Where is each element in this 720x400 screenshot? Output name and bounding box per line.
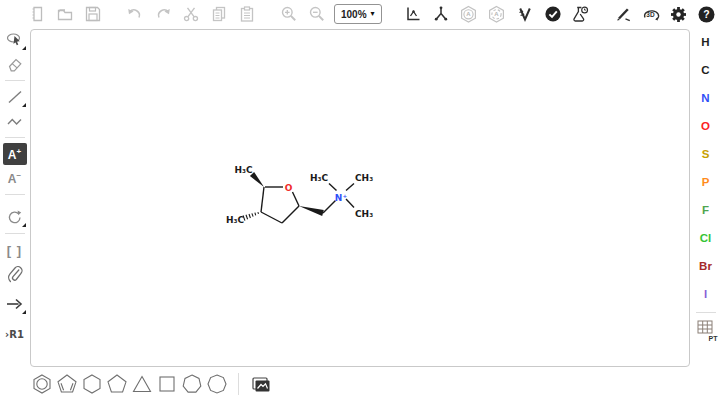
- molecule-drawing[interactable]: H₃C O H₃C N⁺ H₃C CH₃ CH₃: [31, 30, 691, 368]
- element-button-P[interactable]: P: [693, 168, 719, 196]
- right-toolbar: HCNOSPFClBrI PT: [691, 28, 720, 343]
- r-group-icon: ›R1: [5, 329, 24, 340]
- charge-plus-button[interactable]: A+: [3, 143, 27, 165]
- atom-label-methyl[interactable]: CH₃: [355, 173, 373, 183]
- dearomatize-button[interactable]: A: [486, 3, 508, 25]
- drawing-canvas[interactable]: H₃C O H₃C N⁺ H₃C CH₃ CH₃: [30, 29, 690, 367]
- check-structure-button[interactable]: [542, 3, 564, 25]
- template-cyclohexane-button[interactable]: [79, 372, 104, 396]
- dropdown-corner-icon: [22, 310, 26, 314]
- atom-label-methyl[interactable]: CH₃: [355, 209, 373, 219]
- reaction-arrow-button[interactable]: [3, 293, 27, 315]
- bond-o-c5[interactable]: [293, 192, 300, 206]
- template-cyclopentadiene-button[interactable]: [54, 372, 79, 396]
- new-document-icon: [28, 5, 46, 23]
- bond-ch2-n[interactable]: [323, 201, 336, 214]
- attach-button[interactable]: [3, 263, 27, 285]
- element-button-H[interactable]: H: [693, 28, 719, 56]
- bond-n-methyl-top[interactable]: [346, 184, 354, 191]
- charge-plus-icon: A+: [8, 148, 21, 161]
- toolbar-divider: [238, 373, 239, 395]
- template-benzene-button[interactable]: [29, 372, 54, 396]
- lasso-selection-button[interactable]: [3, 29, 27, 51]
- atom-label-methyl[interactable]: H₃C: [226, 215, 244, 225]
- periodic-table-button[interactable]: PT: [693, 317, 719, 343]
- save-button[interactable]: [82, 3, 104, 25]
- svg-text:A: A: [466, 11, 471, 17]
- clear-canvas-button[interactable]: [26, 3, 48, 25]
- bottom-toolbar: [0, 368, 720, 400]
- element-button-I[interactable]: I: [693, 280, 719, 308]
- single-bond-button[interactable]: [3, 86, 27, 108]
- cut-button[interactable]: [180, 3, 202, 25]
- 3d-viewer-button[interactable]: 3D: [640, 3, 662, 25]
- aromatize-button[interactable]: A: [458, 3, 480, 25]
- element-button-Cl[interactable]: Cl: [693, 224, 719, 252]
- template-library-icon: [250, 374, 272, 394]
- template-cyclopentane-button[interactable]: [104, 372, 129, 396]
- open-button[interactable]: [54, 3, 76, 25]
- svg-text:A: A: [494, 11, 499, 17]
- atom-label-nitrogen[interactable]: N⁺: [335, 193, 348, 203]
- recognize-molecule-button[interactable]: [612, 3, 634, 25]
- element-button-F[interactable]: F: [693, 196, 719, 224]
- svg-text:?: ?: [703, 8, 709, 20]
- layout-button[interactable]: [402, 3, 424, 25]
- bond-n-methyl-bottom[interactable]: [346, 199, 354, 208]
- dropdown-corner-icon: [22, 223, 26, 227]
- element-button-O[interactable]: O: [693, 112, 719, 140]
- bond-c3-c4[interactable]: [261, 212, 282, 223]
- paste-icon: [238, 5, 256, 23]
- element-button-C[interactable]: C: [693, 56, 719, 84]
- calculated-values-button[interactable]: [570, 3, 592, 25]
- template-cyclopropane-button[interactable]: [129, 372, 154, 396]
- template-cyclooctane-button[interactable]: [204, 372, 229, 396]
- left-toolbar: A+ A− [ ]: [0, 28, 29, 346]
- bond-n-methyl-left[interactable]: [329, 184, 337, 191]
- help-button[interactable]: ?: [696, 3, 718, 25]
- wedge-bond-ch2[interactable]: [299, 206, 324, 216]
- flask-clock-icon: [571, 5, 590, 23]
- structure-tools-group: A A: [402, 3, 592, 25]
- erase-button[interactable]: [3, 53, 27, 75]
- bond-c4-c5[interactable]: [282, 206, 299, 223]
- zoom-out-button[interactable]: [306, 3, 328, 25]
- charge-minus-icon: A−: [8, 172, 21, 185]
- template-library-button[interactable]: [248, 372, 273, 396]
- chain-button[interactable]: [3, 110, 27, 132]
- atom-label-methyl[interactable]: H₃C: [310, 173, 328, 183]
- paste-button[interactable]: [236, 3, 258, 25]
- gear-icon: [669, 5, 688, 24]
- copy-icon: [210, 5, 228, 23]
- redo-button[interactable]: [152, 3, 174, 25]
- 3d-viewer-icon: 3D: [641, 5, 661, 23]
- undo-button[interactable]: [124, 3, 146, 25]
- template-cycloheptane-button[interactable]: [179, 372, 204, 396]
- element-button-N[interactable]: N: [693, 84, 719, 112]
- edit-group: [124, 3, 258, 25]
- svg-text:3D: 3D: [646, 11, 655, 18]
- copy-button[interactable]: [208, 3, 230, 25]
- zoom-in-icon: [280, 5, 298, 23]
- file-group: [26, 3, 104, 25]
- s-group-button[interactable]: [ ]: [3, 239, 27, 261]
- charge-minus-button[interactable]: A−: [3, 167, 27, 189]
- cut-icon: [182, 5, 200, 23]
- dropdown-corner-icon: [22, 103, 26, 107]
- eraser-icon: [6, 55, 24, 73]
- element-button-Br[interactable]: Br: [693, 252, 719, 280]
- clean-up-button[interactable]: [430, 3, 452, 25]
- hash-bond-methyl-left[interactable]: [243, 212, 258, 221]
- bond-c2-c3[interactable]: [261, 187, 264, 212]
- calculate-cip-button[interactable]: [514, 3, 536, 25]
- zoom-level-dropdown[interactable]: 100% ▾: [334, 4, 382, 24]
- atom-label-oxygen[interactable]: O: [285, 183, 293, 193]
- r-group-label-button[interactable]: ›R1: [3, 323, 27, 345]
- open-folder-icon: [56, 5, 74, 23]
- atom-label-methyl[interactable]: H₃C: [234, 165, 252, 175]
- settings-button[interactable]: [668, 3, 690, 25]
- element-button-S[interactable]: S: [693, 140, 719, 168]
- rotate-tool-button[interactable]: [3, 206, 27, 228]
- template-cyclobutane-button[interactable]: [154, 372, 179, 396]
- zoom-in-button[interactable]: [278, 3, 300, 25]
